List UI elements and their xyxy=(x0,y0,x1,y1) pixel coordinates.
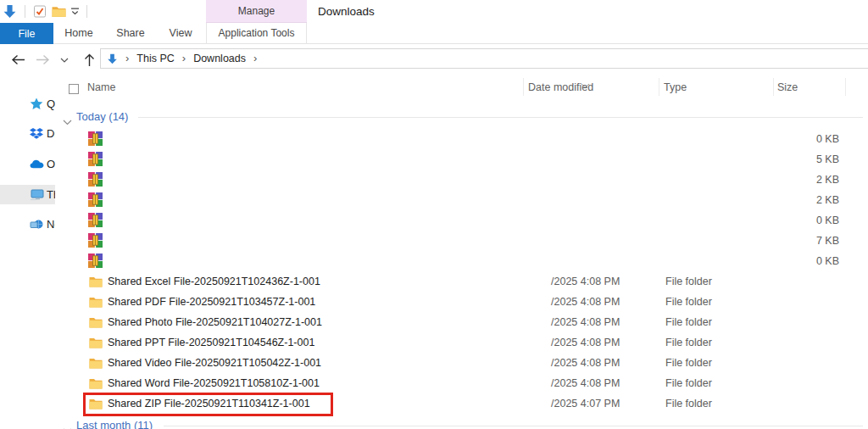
tab-file[interactable]: File xyxy=(0,23,53,44)
column-separator[interactable] xyxy=(659,78,659,96)
sidebar-item-this-pc[interactable]: Th xyxy=(0,185,55,204)
sidebar-item-label: Dr xyxy=(47,127,55,140)
file-type: File folder xyxy=(665,337,712,348)
back-button[interactable] xyxy=(7,44,29,75)
file-type: File folder xyxy=(665,377,712,389)
toolbar-divider xyxy=(86,5,87,18)
date-modified: /2025 4:08 PM xyxy=(551,337,620,348)
winrar-archive-icon xyxy=(88,233,103,248)
up-button[interactable] xyxy=(78,44,100,75)
file-explorer-window: Manage Downloads File Home Share View Ap… xyxy=(0,0,868,429)
file-size: 2 KB xyxy=(816,174,839,186)
winrar-archive-icon xyxy=(88,213,103,227)
file-row-rar[interactable]: 0 KB xyxy=(55,210,868,231)
file-size: 0 KB xyxy=(816,214,839,226)
breadcrumb-downloads[interactable]: Downloads xyxy=(193,53,246,64)
folder-icon xyxy=(89,296,103,307)
this-pc-monitor-icon xyxy=(29,187,44,203)
tab-application-tools[interactable]: Application Tools xyxy=(206,23,307,43)
folder-name: Shared ZIP File-20250921T110341Z-1-001 xyxy=(108,398,310,410)
group-label: Last month (11) xyxy=(76,419,153,429)
ribbon-tab-row: File Home Share View Application Tools xyxy=(0,23,868,44)
folder-icon xyxy=(89,377,103,388)
column-separator[interactable] xyxy=(845,78,846,96)
group-header-last-month[interactable]: Last month (11) xyxy=(55,418,868,429)
tab-home[interactable]: Home xyxy=(55,23,103,43)
date-modified: /2025 4:07 PM xyxy=(551,398,620,410)
quick-access-toolbar xyxy=(0,0,92,23)
sidebar-item-quick-access[interactable]: Qu xyxy=(0,94,55,114)
folder-row[interactable]: Shared Word File-20250921T105810Z-1-001 … xyxy=(55,373,868,393)
column-separator[interactable] xyxy=(523,78,524,96)
folder-row[interactable]: Shared Excel File-20250921T102436Z-1-001… xyxy=(55,271,868,292)
folder-icon xyxy=(89,337,103,348)
date-modified: /2025 4:08 PM xyxy=(551,377,620,389)
collapse-chevron-icon[interactable] xyxy=(63,114,72,129)
winrar-archive-icon xyxy=(88,254,103,268)
select-all-checkbox[interactable] xyxy=(69,84,79,94)
file-type: File folder xyxy=(665,276,712,287)
properties-check-button[interactable] xyxy=(31,2,49,22)
recent-locations-dropdown[interactable] xyxy=(58,44,71,75)
network-icon xyxy=(29,217,44,232)
column-header-date-modified[interactable]: Date modified xyxy=(528,81,593,93)
column-headers: Name Date modified Type Size xyxy=(55,75,868,99)
tab-share[interactable]: Share xyxy=(107,23,154,43)
customize-toolbar-dropdown[interactable] xyxy=(69,2,81,22)
file-row-rar[interactable]: 0 KB xyxy=(55,129,868,149)
folder-icon xyxy=(89,276,103,287)
file-row-rar[interactable]: 0 KB xyxy=(55,251,868,271)
folder-row-shared-zip[interactable]: Shared ZIP File-20250921T110341Z-1-001 /… xyxy=(55,393,868,414)
sidebar-item-onedrive[interactable]: On xyxy=(0,154,55,174)
file-type: File folder xyxy=(665,398,712,410)
folder-name: Shared PDF File-20250921T103457Z-1-001 xyxy=(108,296,315,308)
folder-row[interactable]: Shared Video File-20250921T105042Z-1-001… xyxy=(55,353,868,373)
downloads-arrow-icon xyxy=(107,53,118,64)
folder-name: Shared Excel File-20250921T102436Z-1-001 xyxy=(108,276,320,287)
window-title: Downloads xyxy=(318,0,375,23)
file-size: 5 KB xyxy=(816,153,839,165)
folder-row[interactable]: Shared PPT File-20250921T104546Z-1-001 /… xyxy=(55,332,868,353)
tab-view[interactable]: View xyxy=(157,23,204,43)
address-bar[interactable]: › This PC › Downloads › xyxy=(100,48,868,69)
sidebar-item-dropbox[interactable]: Dr xyxy=(0,124,55,143)
column-separator[interactable] xyxy=(773,78,774,96)
forward-button[interactable] xyxy=(32,44,54,75)
file-type: File folder xyxy=(665,357,712,369)
folder-name: Shared PPT File-20250921T104546Z-1-001 xyxy=(108,337,314,348)
sidebar-item-label: Th xyxy=(47,188,55,201)
breadcrumb-this-pc[interactable]: This PC xyxy=(136,53,174,64)
file-row-rar[interactable]: 7 KB xyxy=(55,231,868,251)
toolbar-divider xyxy=(25,5,25,18)
navigation-row: › This PC › Downloads › xyxy=(0,44,868,75)
folder-row[interactable]: Shared Photo File-20250921T104027Z-1-001… xyxy=(55,312,868,332)
folder-name: Shared Photo File-20250921T104027Z-1-001 xyxy=(108,316,322,328)
sidebar-item-network[interactable]: Ne xyxy=(0,214,55,234)
sidebar-item-label: Ne xyxy=(47,218,55,231)
column-header-type[interactable]: Type xyxy=(664,81,687,93)
date-modified: /2025 4:08 PM xyxy=(551,357,620,369)
breadcrumb-chevron-icon: › xyxy=(253,53,257,64)
navigation-pane: Qu Dr On Th xyxy=(0,75,55,429)
collapse-chevron-icon[interactable] xyxy=(63,422,72,429)
winrar-archive-icon xyxy=(88,192,103,207)
quick-access-star-icon xyxy=(29,97,44,112)
group-header-today[interactable]: Today (14) xyxy=(55,109,868,125)
group-divider-line xyxy=(138,117,863,118)
manage-contextual-group[interactable]: Manage xyxy=(206,0,307,23)
file-type: File folder xyxy=(665,296,712,308)
winrar-archive-icon xyxy=(88,152,103,166)
file-size: 0 KB xyxy=(816,255,839,267)
new-folder-button[interactable] xyxy=(49,2,69,22)
folder-row[interactable]: Shared PDF File-20250921T103457Z-1-001 /… xyxy=(55,292,868,312)
column-header-size[interactable]: Size xyxy=(777,81,798,93)
breadcrumb: › This PC › Downloads › xyxy=(107,53,257,64)
file-size: 0 KB xyxy=(816,133,839,145)
file-row-rar[interactable]: 5 KB xyxy=(55,149,868,170)
sidebar-item-label: On xyxy=(47,158,55,170)
column-header-name[interactable]: Name xyxy=(87,81,115,93)
sidebar-item-label: Qu xyxy=(47,98,55,110)
folder-name: Shared Video File-20250921T105042Z-1-001 xyxy=(108,357,321,369)
file-row-rar[interactable]: 2 KB xyxy=(55,190,868,210)
file-row-rar[interactable]: 2 KB xyxy=(55,170,868,190)
